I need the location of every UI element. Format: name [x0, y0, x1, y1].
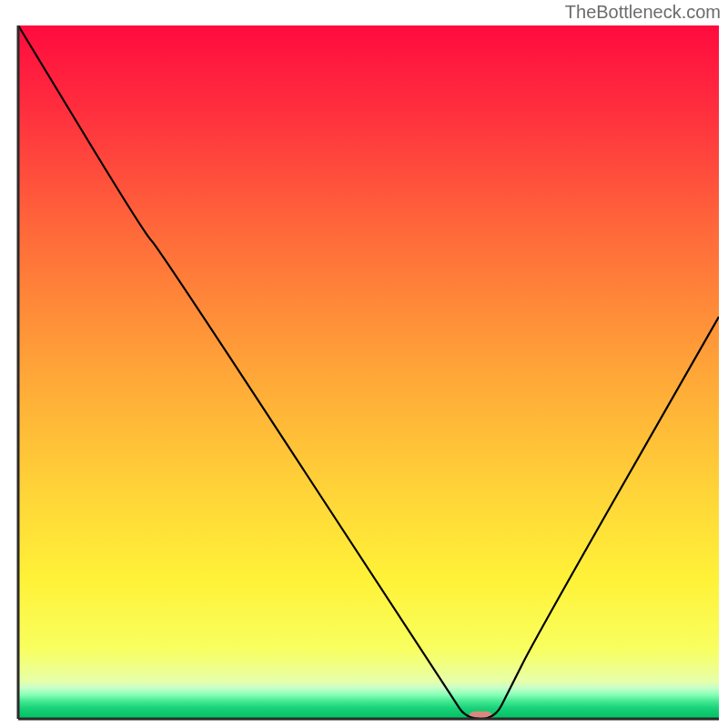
bottleneck-chart — [0, 0, 728, 728]
attribution-label: TheBottleneck.com — [565, 2, 721, 23]
gradient-background — [18, 25, 719, 719]
chart-container: TheBottleneck.com — [0, 0, 728, 728]
